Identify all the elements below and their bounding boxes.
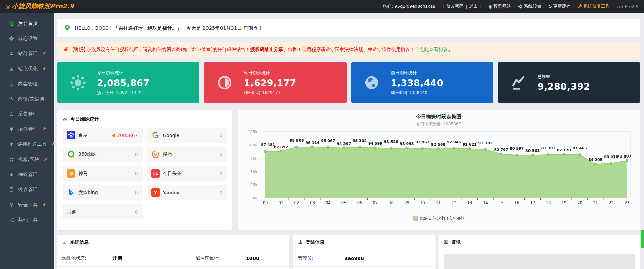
- svg-text:15: 15: [499, 200, 504, 205]
- agreement-link[interactable]: 「点此查看协议」: [415, 47, 452, 52]
- engine-tile-bing: 微软bing0: [62, 185, 143, 200]
- location-pin-icon: [64, 25, 71, 32]
- svg-text:81 391: 81 391: [541, 146, 555, 150]
- stat-card-yesterday[interactable]: 昨日蜘蛛统计1,629,177昨日此时 1629177: [204, 62, 346, 103]
- sidebar-item-cache-manage[interactable]: 缓存管理: [0, 182, 54, 197]
- engine-value: 0: [135, 171, 138, 176]
- refresh-cache-link-label: 更新缓存: [553, 3, 571, 9]
- refresh-icon: ↻: [548, 4, 552, 9]
- sidebar-item-plugins[interactable]: 插件管理: [0, 122, 54, 137]
- engine-tile-yandex: YYandex0: [147, 185, 227, 200]
- stat-card-sub: 昨日此时 1629177: [244, 90, 296, 96]
- login-info-rows: 管理员:seo998: [293, 250, 435, 267]
- robot-icon: [63, 46, 69, 53]
- sidebar-item-security-tools[interactable]: 安全工具: [0, 197, 54, 212]
- svg-text:22: 22: [609, 200, 614, 205]
- google-icon: [151, 131, 160, 139]
- svg-text:14: 14: [483, 200, 488, 205]
- engine-value: 0: [135, 209, 138, 215]
- svg-text:92 962: 92 962: [415, 140, 429, 144]
- user-icon: [9, 51, 14, 56]
- stat-card-body: 今日蜘蛛统计2,085,867预计今日 2,092,114 ↑: [97, 70, 150, 96]
- pin-icon: [42, 203, 46, 207]
- preview-site-link[interactable]: ◉预览网站: [488, 3, 511, 9]
- welcome-banner: HELLO，BOSS！「吉祥遇好运，绝对是福音。」，今天是 2025年01月31…: [57, 19, 640, 37]
- stat-card-today[interactable]: 今日蜘蛛统计2,085,867预计今日 2,092,114 ↑: [57, 62, 199, 103]
- engine-name: 神马: [78, 171, 88, 177]
- stat-card-value: 1,338,440: [391, 78, 444, 88]
- engine-value: 0: [219, 171, 222, 176]
- svg-text:95 302: 95 302: [353, 139, 367, 143]
- svg-text:64 205: 64 205: [588, 158, 602, 162]
- sidebar-item-label: 站点优化: [18, 65, 38, 72]
- stat-card-total[interactable]: 总蜘蛛9,280,392: [498, 62, 640, 103]
- database-icon: [9, 187, 14, 192]
- engine-value: 0: [219, 133, 222, 138]
- refresh-cache-link[interactable]: ↻更新缓存: [548, 3, 571, 9]
- system-settings-link-label: 系统设置: [524, 3, 542, 9]
- svg-text:93 526: 93 526: [384, 140, 398, 144]
- svg-text:100k: 100k: [248, 143, 258, 147]
- login-info-header: 登陆信息: [293, 235, 435, 250]
- sync-icon: [9, 111, 14, 117]
- sidebar-item-label: 其他工具: [18, 217, 38, 223]
- stat-card-day-before[interactable]: 前日蜘蛛统计1,338,440前日此时 1338440: [351, 62, 493, 103]
- change-password-link[interactable]: 修改密码: [446, 3, 464, 9]
- sidebar-item-core-settings[interactable]: 核心设置: [0, 31, 54, 46]
- info-cell: 管理员:seo998: [298, 255, 377, 261]
- news-icon: [444, 239, 449, 245]
- sidebar-item-links-keywords[interactable]: 外链/关键词: [0, 91, 54, 106]
- stat-card-body: 前日蜘蛛统计1,338,440前日此时 1338440: [391, 70, 444, 96]
- info-value: seo998: [345, 256, 364, 261]
- stat-card-value: 9,280,392: [538, 81, 590, 92]
- login-info-panel: 登陆信息 管理员:seo998: [293, 235, 435, 269]
- svg-text:92 946: 92 946: [447, 140, 461, 144]
- sidebar-item-site-group[interactable]: 站群管理: [0, 46, 54, 61]
- stat-card-value: 1,629,177: [244, 78, 296, 88]
- stat-card-label: 昨日蜘蛛统计: [244, 70, 296, 76]
- svg-text:23: 23: [625, 200, 630, 205]
- engine-value: 2085867: [111, 133, 138, 138]
- sidebar-item-spider-manage[interactable]: 蜘蛛管理: [0, 167, 54, 182]
- svg-text:65 516: 65 516: [604, 154, 618, 159]
- doc-dark-icon: [62, 239, 67, 245]
- logout-link[interactable]: 退出: [469, 3, 478, 9]
- engine-tile-shenma: 神神马0: [62, 166, 143, 181]
- svg-text:17: 17: [530, 200, 535, 205]
- yandex-icon: Y: [151, 188, 160, 197]
- sidebar-item-collect[interactable]: 采集管理: [0, 106, 54, 122]
- sidebar-item-label: 链接推送工具: [17, 141, 47, 147]
- system-settings-link[interactable]: 系统设置: [518, 3, 542, 9]
- engine-tile-toutiao: 头条今日头条0: [147, 166, 227, 181]
- sidebar-item-site-optimize[interactable]: 站点优化: [0, 61, 54, 76]
- svg-text:125k: 125k: [248, 130, 258, 134]
- warning-text: [警惕] 小旋风没有任何授权代理，请勿相信官网以外(如: 某宝/某鱼)的任何虚假…: [72, 47, 452, 53]
- sidebar-item-templates[interactable]: 模板/区块: [0, 152, 54, 167]
- engine-value: 0: [219, 152, 222, 157]
- legend-swatch: [413, 216, 418, 221]
- app-logo[interactable]: ◎ 小旋风蜘蛛池Pro2.9: [5, 2, 74, 11]
- stat-cards: 今日蜘蛛统计2,085,867预计今日 2,092,114 ↑昨日蜘蛛统计1,6…: [57, 62, 640, 103]
- pin-icon: [51, 142, 55, 146]
- spider-panel-title: 今日蜘蛛统计: [70, 116, 99, 122]
- svg-text:神: 神: [69, 171, 73, 176]
- svg-text:Y: Y: [153, 190, 157, 195]
- chart-title: 今日蜘蛛时段走势图: [242, 114, 635, 120]
- sidebar-item-push-tools[interactable]: 链接推送工具: [0, 137, 54, 152]
- svg-text:02: 02: [294, 200, 299, 205]
- sidebar-item-label: 缓存管理: [18, 186, 38, 193]
- repair-tool-link[interactable]: 系统修复工具: [578, 3, 610, 9]
- baidu-icon: du: [67, 131, 75, 139]
- sidebar-item-other-tools[interactable]: 其他工具: [0, 212, 54, 227]
- svg-text:80 563: 80 563: [525, 149, 540, 153]
- stat-card-value: 2,085,867: [97, 78, 150, 88]
- sidebar-item-home[interactable]: 后台首页: [0, 16, 54, 31]
- system-info-rows: 蜘蛛池状态:开启域名库统计:1000: [57, 250, 289, 267]
- chart-legend[interactable]: 蜘蛛访问次数 (次/小时): [242, 216, 635, 221]
- svg-text:13: 13: [467, 200, 472, 205]
- main-content: HELLO，BOSS！「吉祥遇好运，绝对是福音。」，今天是 2025年01月31…: [54, 13, 644, 269]
- sidebar-item-content[interactable]: 内容管理: [0, 76, 54, 91]
- sidebar-item-label: 后台首页: [18, 20, 38, 27]
- trend-chart: 0k25k50k75k100k125k87 4810087 8920195 80…: [242, 127, 636, 214]
- scrollbar-thumb[interactable]: [641, 230, 644, 248]
